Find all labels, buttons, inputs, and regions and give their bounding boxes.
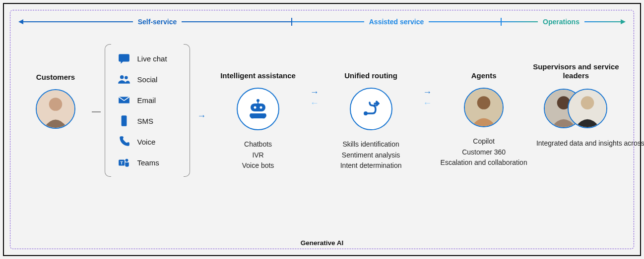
svg-rect-10 [251, 104, 265, 111]
channel-label: Email [137, 96, 177, 104]
channels-bracket: Live chat Social Email SMS [105, 44, 190, 177]
mail-icon [118, 94, 130, 106]
agent-items: Copilot Customer 360 Escalation and coll… [441, 136, 527, 168]
supervisor-desc: Integrated data and insights across disp… [536, 138, 616, 149]
channel-label: Social [137, 75, 177, 84]
flow-arrow-bidir: → ← [306, 44, 323, 107]
arrow-right-icon: → [197, 111, 206, 120]
agent-avatar [464, 88, 504, 127]
svg-text:T: T [120, 160, 123, 165]
connector-line [91, 44, 102, 112]
flow-arrow: → [193, 44, 210, 120]
arrow-right-icon: → [310, 88, 319, 97]
routing-title: Unified routing [344, 62, 397, 81]
svg-rect-4 [121, 115, 127, 126]
svg-point-19 [581, 96, 594, 109]
bot-icon [237, 88, 279, 130]
channel-label: Live chat [137, 54, 177, 63]
operations-label: Operations [538, 18, 584, 26]
flow-arrow-bidir: → ← [418, 44, 436, 107]
svg-point-7 [125, 159, 128, 162]
svg-point-3 [125, 76, 128, 80]
customers-title: Customers [36, 73, 75, 82]
agents-column: Agents Copilot Customer 360 Escalation a… [439, 44, 528, 168]
svg-point-2 [120, 75, 124, 79]
supervisors-title: Supervisors and service leaders [531, 62, 621, 81]
agents-title: Agents [471, 62, 497, 81]
supervisor-avatars [544, 88, 608, 129]
diagram-frame: Self-service Assisted service Operations… [3, 3, 641, 256]
channel-row: Voice [116, 131, 179, 152]
channel-label: SMS [137, 117, 177, 125]
arrow-left-icon: ← [423, 99, 432, 107]
generative-ai-boundary: Self-service Assisted service Operations… [10, 10, 634, 249]
svg-point-15 [477, 96, 491, 109]
channel-row: Email [116, 90, 179, 110]
customers-column: Customers [23, 44, 88, 129]
supervisor-avatar-2 [568, 89, 607, 128]
arrow-right-icon [621, 19, 626, 24]
channel-row: SMS [116, 110, 179, 131]
self-service-label: Self-service [133, 18, 182, 26]
phone-sms-icon [118, 114, 130, 127]
assistance-title: Intelligent assistance [220, 62, 296, 81]
chat-icon [118, 52, 130, 65]
supervisors-column: Supervisors and service leaders Integrat… [531, 44, 621, 149]
people-icon [118, 73, 130, 86]
arrow-left-icon [18, 19, 23, 24]
svg-point-12 [260, 106, 262, 109]
svg-point-11 [254, 106, 257, 109]
channel-label: Teams [137, 158, 177, 167]
arrow-right-icon: → [423, 88, 432, 97]
svg-point-1 [49, 98, 63, 111]
routing-items: Skills identification Sentiment analysis… [340, 139, 402, 171]
assisted-service-label: Assisted service [364, 18, 429, 26]
phone-icon [118, 135, 130, 148]
service-stage-header: Self-service Assisted service Operations [18, 14, 626, 29]
channel-row: Live chat [116, 48, 179, 69]
intelligent-assistance-column: Intelligent assistance Chatbots IVR Voic… [213, 44, 303, 171]
arrow-left-icon: ← [310, 99, 319, 107]
customer-avatar [36, 89, 75, 129]
channel-row: Social [116, 69, 179, 90]
unified-routing-column: Unified routing Skills identification Se… [326, 44, 416, 171]
channel-label: Voice [137, 138, 177, 146]
diagram-content: Customers Live chat Social [18, 44, 626, 177]
channels-column: Live chat Social Email SMS [105, 44, 190, 177]
routing-icon [350, 88, 392, 130]
generative-ai-label: Generative AI [10, 239, 634, 247]
channel-row: T Teams [116, 152, 179, 173]
teams-icon: T [118, 156, 130, 169]
assistance-items: Chatbots IVR Voice bots [242, 139, 274, 171]
